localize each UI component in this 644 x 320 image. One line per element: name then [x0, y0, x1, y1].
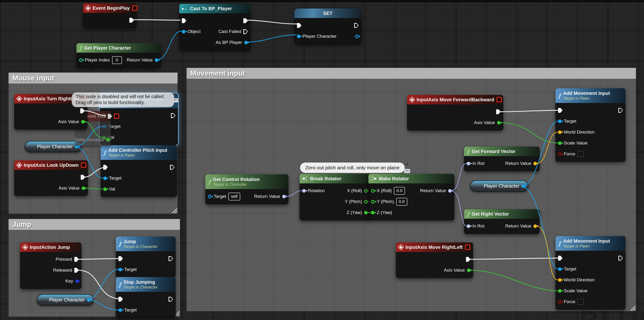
exec-out-pin[interactable] — [243, 18, 248, 23]
target-pin[interactable] — [118, 268, 122, 271]
exec-out-pin[interactable] — [171, 113, 176, 118]
exec-out-pin[interactable] — [496, 109, 501, 114]
node-add-movement-input-1[interactable]: Add Movement InputTarget is Pawn Target … — [556, 88, 626, 162]
comment-bubble-zero-out[interactable]: Zero out pitch and roll, only move on pl… — [300, 162, 405, 173]
player-character-in-pin[interactable] — [297, 35, 300, 38]
object-pin[interactable] — [182, 30, 186, 33]
variable-out-pin[interactable] — [522, 184, 525, 188]
target-pin[interactable] — [208, 195, 212, 198]
delta-seconds-pin[interactable] — [106, 138, 110, 142]
node-get-forward-vector[interactable]: Get Forward Vector In Rot Return Value — [464, 147, 540, 171]
target-pin[interactable] — [118, 308, 122, 312]
node-event-beginplay[interactable]: Event BeginPlay — [83, 3, 136, 28]
x-roll-field[interactable]: 0.0 — [394, 187, 405, 195]
exec-out-pin[interactable] — [170, 165, 174, 170]
exec-in-pin[interactable] — [558, 256, 562, 261]
z-yaw-pin[interactable] — [364, 211, 368, 214]
exec-out-pin[interactable] — [80, 108, 85, 113]
axis-value-pin[interactable] — [81, 120, 85, 124]
node-inputaxis-move-forwardbackward[interactable]: InputAxis Move ForwardBackward Axis Valu… — [407, 95, 503, 130]
target-pin[interactable] — [558, 120, 562, 123]
exec-out-pin[interactable] — [354, 23, 359, 28]
y-pitch-pin[interactable] — [364, 200, 368, 204]
force-pin[interactable] — [558, 152, 562, 156]
exec-out-pin[interactable] — [618, 108, 623, 113]
exec-out-pin[interactable] — [168, 297, 173, 302]
player-character-out-pin[interactable] — [355, 35, 359, 38]
return-value-pin[interactable] — [282, 195, 286, 198]
key-pin[interactable] — [75, 280, 79, 283]
variable-player-character-3[interactable]: Player Character — [470, 180, 528, 192]
x-roll-pin[interactable] — [371, 189, 374, 193]
comment-mouse-input-titlebar[interactable]: Mouse input — [8, 73, 178, 83]
val-pin[interactable] — [103, 187, 107, 191]
variable-out-pin[interactable] — [87, 298, 90, 302]
node-inputaxis-move-rightleft[interactable]: InputAxis Move RightLeft Axis Value — [396, 242, 473, 278]
player-index-field[interactable]: 0 — [112, 56, 122, 64]
return-value-pin[interactable] — [534, 224, 537, 228]
released-pin[interactable] — [74, 268, 79, 273]
blueprint-graph[interactable]: Mouse input Jump Movement input BLUEPRIN… — [0, 0, 644, 320]
exec-in-pin[interactable] — [558, 108, 562, 113]
scale-value-pin[interactable] — [558, 141, 562, 145]
scale-value-pin[interactable] — [558, 289, 562, 293]
return-value-pin[interactable] — [534, 162, 537, 165]
exec-out-pin[interactable] — [618, 256, 623, 261]
x-roll-pin[interactable] — [364, 189, 368, 193]
y-pitch-field[interactable]: 0.0 — [396, 198, 407, 206]
as-bp-player-pin[interactable] — [244, 41, 248, 44]
target-pin[interactable] — [103, 176, 107, 180]
node-cast-to-bp-player[interactable]: Cast To BP_Player Object Cast Failed As … — [179, 4, 250, 50]
exec-in-pin[interactable] — [103, 165, 108, 170]
force-checkbox[interactable] — [578, 151, 584, 157]
exec-in-pin[interactable] — [182, 18, 186, 23]
node-make-rotator[interactable]: Make Rotator X (Roll)0.0 Return Value Y … — [368, 174, 454, 220]
node-comment-dots-icon[interactable] — [172, 98, 178, 102]
axis-value-pin[interactable] — [82, 186, 85, 190]
exec-out-pin[interactable] — [168, 256, 173, 261]
exec-in-pin[interactable] — [118, 256, 123, 261]
node-inputaction-jump[interactable]: InputAction Jump Pressed Released Key — [20, 242, 82, 289]
node-title: Get Control Rotation — [213, 177, 260, 182]
node-set-player-character[interactable]: SET Player Character — [294, 8, 361, 44]
target-pin[interactable] — [558, 267, 562, 271]
node-get-player-character[interactable]: Get Player Character Player Index0 Retur… — [76, 43, 161, 68]
force-pin[interactable] — [558, 300, 562, 304]
comment-jump-titlebar[interactable]: Jump — [8, 219, 180, 230]
player-index-pin[interactable] — [79, 58, 82, 62]
force-checkbox[interactable] — [578, 299, 584, 305]
variable-player-character-2[interactable]: Player Character — [37, 294, 94, 306]
variable-player-character-1[interactable]: Player Character — [25, 141, 82, 152]
exec-in-pin[interactable] — [118, 297, 123, 302]
in-rot-pin[interactable] — [467, 162, 470, 165]
rotation-pin[interactable] — [302, 189, 306, 193]
pressed-pin[interactable] — [74, 257, 79, 262]
cast-failed-pin[interactable] — [243, 29, 248, 34]
node-break-rotator[interactable]: Break Rotator Rotation X (Roll) Y (Pitch… — [300, 174, 370, 220]
node-inputaxis-look-updown[interactable]: InputAxis Look UpDown Axis Value — [14, 160, 88, 196]
pin-bubble-icon[interactable] — [405, 163, 409, 168]
exec-out-pin[interactable] — [108, 114, 112, 119]
z-yaw-pin[interactable] — [371, 211, 374, 214]
comment-movement-input-titlebar[interactable]: Movement input — [186, 68, 636, 79]
world-direction-pin[interactable] — [558, 278, 562, 282]
exec-out-pin[interactable] — [81, 175, 85, 180]
exec-in-pin[interactable] — [297, 23, 302, 28]
node-add-controller-pitch-input[interactable]: Add Controller Pitch InputTarget is Pawn… — [101, 145, 177, 197]
exec-out-pin[interactable] — [129, 18, 134, 23]
return-value-pin[interactable] — [448, 189, 452, 193]
axis-value-pin[interactable] — [467, 269, 470, 272]
bubble-dots-icon[interactable] — [404, 169, 410, 173]
target-field[interactable]: self — [228, 193, 240, 200]
axis-value-pin[interactable] — [497, 121, 501, 125]
return-value-pin[interactable] — [155, 58, 158, 62]
node-get-right-vector[interactable]: Get Right Vector In Rot Return Value — [464, 209, 540, 234]
y-pitch-pin[interactable] — [371, 200, 374, 204]
node-stop-jumping[interactable]: Stop JumpingTarget is Character Target — [116, 277, 176, 318]
node-get-control-rotation[interactable]: Get Control RotationTarget is Controller… — [205, 174, 288, 204]
node-jump[interactable]: JumpTarget is Character Target — [116, 237, 176, 277]
exec-out-pin[interactable] — [466, 257, 470, 262]
world-direction-pin[interactable] — [558, 130, 562, 134]
in-rot-pin[interactable] — [467, 224, 470, 228]
node-add-movement-input-2[interactable]: Add Movement InputTarget is Pawn Target … — [556, 236, 626, 310]
